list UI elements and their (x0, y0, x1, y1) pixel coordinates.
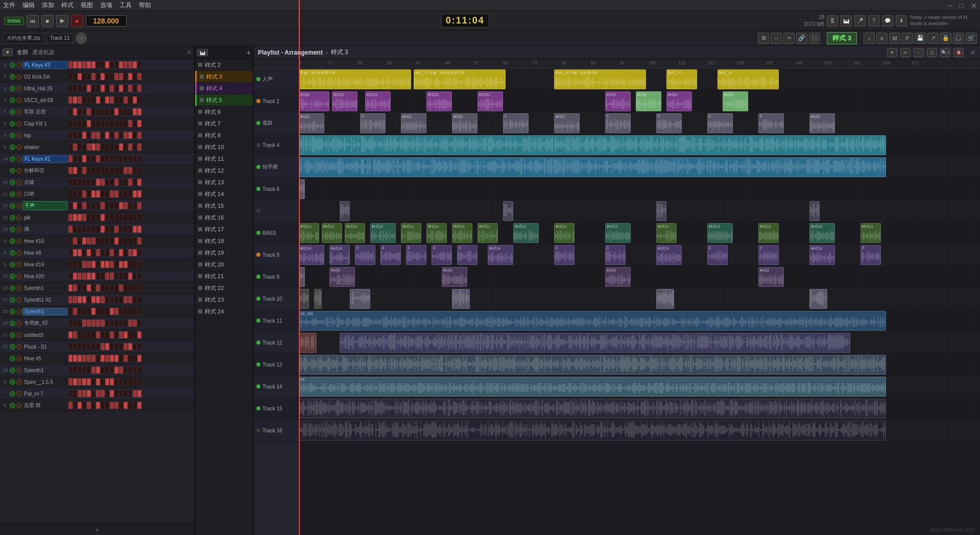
channel-pad[interactable] (101, 237, 105, 245)
clip-block[interactable] (656, 201, 666, 221)
channel-pad[interactable] (133, 249, 137, 256)
clip-block[interactable]: 样式2 (554, 113, 580, 133)
clip-block[interactable]: 样式11 (477, 223, 498, 243)
channel-pad[interactable] (114, 355, 118, 362)
eq-icon[interactable]: ≡ (876, 33, 888, 44)
channel-pad[interactable] (133, 320, 137, 327)
pl-mute-icon[interactable]: 🔇 (953, 48, 964, 57)
channel-pad[interactable] (105, 378, 109, 385)
track-clip-row[interactable] (299, 332, 980, 354)
channel-pad[interactable] (82, 273, 86, 280)
menu-item-help[interactable]: 帮助 (139, 1, 151, 10)
channel-pad[interactable] (96, 96, 100, 104)
channel-pad[interactable] (133, 308, 137, 315)
clip-block[interactable]: 3 (605, 245, 626, 265)
channel-pad[interactable] (68, 378, 73, 385)
track-clip-row[interactable]: 样式3样式3样式3样式3 (299, 266, 980, 288)
channel-pad[interactable] (105, 320, 109, 327)
channel-pad[interactable] (82, 367, 86, 374)
ch-orange-btn[interactable] (16, 144, 22, 150)
rewind-btn[interactable]: ⏮ (27, 15, 39, 27)
channel-pad[interactable] (110, 249, 114, 256)
channel-pad[interactable] (114, 237, 118, 245)
ch-orange-btn[interactable] (16, 191, 22, 197)
channel-pad[interactable] (119, 190, 123, 198)
ch-green-btn[interactable] (10, 121, 15, 127)
channel-pad[interactable] (105, 85, 109, 92)
track-clip-row[interactable] (299, 200, 980, 222)
channel-pad[interactable] (137, 214, 141, 221)
channel-pad[interactable] (128, 355, 132, 362)
clip-block[interactable]: 样式_24 齐秦 - 在冬季干声 (554, 69, 646, 89)
channel-pad[interactable] (133, 355, 137, 362)
maximize-btn[interactable]: □ (960, 2, 964, 10)
channel-pad[interactable] (133, 226, 137, 233)
clip-block[interactable] (340, 201, 350, 221)
channel-pad[interactable] (128, 155, 132, 162)
pattern-item[interactable]: 样式 4 (195, 83, 253, 94)
channel-pad[interactable] (110, 390, 114, 397)
channel-pad[interactable] (119, 261, 123, 268)
channel-pad[interactable] (82, 296, 86, 303)
clip-block[interactable]: 样式_17 齐秦 - 大约在冬季干声 (414, 69, 506, 89)
channel-pad[interactable] (114, 378, 118, 385)
channel-pad[interactable] (82, 402, 86, 409)
channel-pad[interactable] (68, 367, 73, 374)
channel-pad[interactable] (78, 202, 82, 209)
channel-pad[interactable] (91, 167, 95, 174)
channel-pad[interactable] (128, 308, 132, 315)
ch-orange-btn[interactable] (16, 344, 22, 350)
track-clip-row[interactable]: 样式6样式21样式21样式21样式21样式4样式5样式4样式5 (299, 90, 980, 112)
channel-pad[interactable] (133, 261, 137, 268)
channel-pad[interactable] (82, 167, 86, 174)
pattern-item[interactable]: 样式 12 (195, 165, 253, 177)
menu-item-edit[interactable]: 编辑 (22, 1, 35, 10)
ch-orange-btn[interactable] (16, 356, 22, 361)
pattern-item[interactable]: 样式 8 (195, 130, 253, 141)
channel-pad[interactable] (87, 367, 91, 374)
clip-block[interactable] (299, 135, 886, 155)
channel-pad[interactable] (73, 367, 77, 374)
channel-pad[interactable] (101, 190, 105, 198)
channel-pad[interactable] (124, 367, 128, 374)
channel-pad[interactable] (78, 331, 82, 338)
clip-block[interactable] (314, 289, 322, 309)
mixer-icon[interactable]: 🎛 (827, 15, 838, 27)
channel-pad[interactable] (91, 367, 95, 374)
channel-pad[interactable] (87, 167, 91, 174)
channel-pad[interactable] (119, 61, 123, 68)
channel-pad[interactable] (124, 155, 128, 162)
channel-pad[interactable] (128, 320, 132, 327)
clip-block[interactable]: 3 (360, 113, 386, 133)
channel-pad[interactable] (101, 402, 105, 409)
pattern-item[interactable]: 样式 22 (195, 282, 253, 294)
channel-pad[interactable] (124, 132, 128, 139)
pl-erase-icon[interactable]: ◦ (914, 48, 924, 57)
channel-pad[interactable] (133, 155, 137, 162)
ch-orange-btn[interactable] (16, 332, 22, 338)
channel-pad[interactable] (119, 132, 123, 139)
channel-pad[interactable] (101, 390, 105, 397)
clip-block[interactable]: 样式2 (809, 113, 835, 133)
channel-pad[interactable] (137, 320, 141, 327)
pattern-item[interactable]: 样式 23 (195, 294, 253, 306)
ch-green-btn[interactable] (10, 297, 15, 303)
channel-pad[interactable] (82, 61, 86, 68)
channel-pad[interactable] (87, 308, 91, 315)
track-clip-row[interactable] (299, 134, 980, 156)
clip-block[interactable]: 样式11 (861, 223, 881, 243)
channel-pad[interactable] (137, 132, 141, 139)
glue-icon[interactable]: ✂ (783, 33, 795, 44)
save-icon[interactable]: 💾 (915, 33, 926, 44)
clip-block[interactable]: 3 (554, 245, 575, 265)
clip-block[interactable]: 样式21 (477, 91, 503, 111)
channel-pad[interactable] (68, 390, 73, 397)
channel-pad[interactable] (119, 308, 123, 315)
channel-pad[interactable] (91, 237, 95, 245)
channel-pad[interactable] (73, 202, 77, 209)
channel-pad[interactable] (82, 237, 86, 245)
channel-name[interactable]: 分解和弦 (22, 166, 67, 175)
channel-pad[interactable] (128, 202, 132, 209)
channel-name[interactable]: Hive #5 (22, 355, 67, 362)
channel-pad[interactable] (137, 61, 141, 68)
